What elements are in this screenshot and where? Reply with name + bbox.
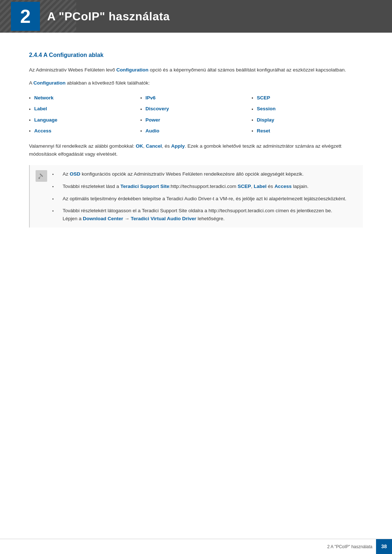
section-heading: 2.4.4 A Configuration ablak <box>29 51 363 59</box>
teradici-support-highlight: Teradici Support Site <box>121 184 170 189</box>
cancel-highlight: Cancel <box>146 143 162 149</box>
tab-discovery: Discovery <box>140 104 252 114</box>
comma-1: , <box>143 143 146 149</box>
note-item-2: • További részleteket lásd a Teradici Su… <box>52 182 357 190</box>
configuration-highlight-2: Configuration <box>33 80 65 86</box>
note-item-3: • Az optimális teljesítmény érdekében te… <box>52 195 357 203</box>
tab-scep: SCEP <box>252 93 363 103</box>
tabs-list: Network IPv6 SCEP Label Discovery Sessio… <box>29 93 363 136</box>
label-highlight: Label <box>254 184 266 189</box>
osd-highlight: OSD <box>70 171 80 177</box>
tab-network: Network <box>29 93 140 103</box>
intro-text-1b: opció és a képernyőmenü által számos beá… <box>148 67 346 73</box>
tab-audio: Audio <box>140 126 252 136</box>
intro-paragraph-1: Az Adminisztratív Webes Felületen levő C… <box>29 66 363 74</box>
page-footer: 2 A "PCoIP" használata 38 <box>0 539 392 554</box>
note-item-4: • További részletekért látogasson el a T… <box>52 207 357 222</box>
chapter-number: 2 <box>11 2 40 31</box>
main-content: 2.4.4 A Configuration ablak Az Adminiszt… <box>0 33 392 264</box>
tab-reset: Reset <box>252 126 363 136</box>
intro-paragraph-2: A Configuration ablakban a következő fül… <box>29 79 363 87</box>
ok-highlight: OK <box>136 143 143 149</box>
footer-chapter-label: 2 A "PCoIP" használata <box>327 543 376 550</box>
note4-arrow: → <box>123 216 131 221</box>
tab-power: Power <box>140 115 252 125</box>
svg-rect-1 <box>40 173 43 177</box>
note2-mid3: és <box>266 184 274 189</box>
access-highlight: Access <box>274 184 291 189</box>
note2-post: lapjain. <box>291 184 309 189</box>
tab-ipv6: IPv6 <box>140 93 252 103</box>
tab-label: Label <box>29 104 140 114</box>
note-block: • Az OSD konfigurációs opciók az Adminis… <box>29 165 363 227</box>
buttons-text-pre: Valamennyi fül rendelkezik az alábbi gom… <box>29 143 136 149</box>
note1-pre: Az <box>63 171 70 177</box>
tab-language: Language <box>29 115 140 125</box>
tab-session: Session <box>252 104 363 114</box>
note4-post: lehetőségre. <box>196 216 225 221</box>
buttons-paragraph: Valamennyi fül rendelkezik az alábbi gom… <box>29 142 363 158</box>
intro-text-2a: A <box>29 80 33 86</box>
comma-2: , és <box>162 143 171 149</box>
page-number: 38 <box>376 539 392 554</box>
intro-text-1a: Az Adminisztratív Webes Felületen levő <box>29 67 117 73</box>
note2-mid2: , <box>251 184 254 189</box>
tab-display: Display <box>252 115 363 125</box>
configuration-highlight-1: Configuration <box>117 67 148 73</box>
apply-highlight: Apply <box>171 143 185 149</box>
scep-highlight: SCEP <box>238 184 251 189</box>
download-center-highlight: Download Center <box>83 216 123 221</box>
intro-text-2b: ablakban a következő fülek találhatók: <box>66 80 150 86</box>
section-title: A Configuration ablak <box>43 52 103 58</box>
note3-text: Az optimális teljesítmény érdekében tele… <box>63 195 347 203</box>
note-items-list: • Az OSD konfigurációs opciók az Adminis… <box>52 170 357 222</box>
note-icon <box>36 170 47 182</box>
virtual-audio-driver-highlight: Teradici Virtual Audio Driver <box>131 216 196 221</box>
note2-pre: További részleteket lásd a <box>63 184 121 189</box>
note2-mid: :http://techsupport.teradici.com <box>169 184 237 189</box>
note-item-1: • Az OSD konfigurációs opciók az Adminis… <box>52 170 357 178</box>
note1-post: konfigurációs opciók az Adminisztratív W… <box>80 171 303 177</box>
chapter-header: 2 A "PCoIP" használata <box>0 0 392 33</box>
section-number: 2.4.4 <box>29 52 42 58</box>
tab-access: Access <box>29 126 140 136</box>
